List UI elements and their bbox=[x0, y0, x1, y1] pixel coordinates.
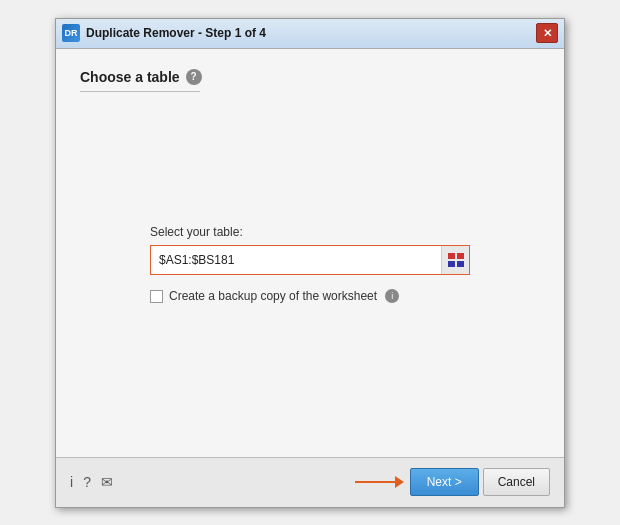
table-input-row bbox=[150, 245, 470, 275]
table-select-button[interactable] bbox=[441, 246, 469, 274]
form-group: Select your table: C bbox=[150, 225, 470, 303]
content-area: Choose a table ? Select your table: bbox=[56, 49, 564, 457]
section-divider bbox=[80, 91, 200, 92]
next-button[interactable]: Next > bbox=[410, 468, 479, 496]
close-button[interactable]: ✕ bbox=[536, 23, 558, 43]
arrow-head bbox=[395, 476, 404, 488]
select-label: Select your table: bbox=[150, 225, 470, 239]
svg-rect-3 bbox=[457, 261, 464, 267]
section-header: Choose a table ? bbox=[80, 69, 540, 85]
bottom-bar: i ? ✉ Next > Cancel bbox=[56, 457, 564, 507]
backup-help-icon[interactable]: i bbox=[385, 289, 399, 303]
section-title: Choose a table bbox=[80, 69, 180, 85]
cancel-button[interactable]: Cancel bbox=[483, 468, 550, 496]
bottom-icon-group: i ? ✉ bbox=[70, 474, 113, 490]
info-icon[interactable]: i bbox=[70, 474, 73, 490]
title-bar: DR Duplicate Remover - Step 1 of 4 ✕ bbox=[56, 19, 564, 49]
main-window: DR Duplicate Remover - Step 1 of 4 ✕ Cho… bbox=[55, 18, 565, 508]
backup-checkbox[interactable] bbox=[150, 290, 163, 303]
svg-rect-1 bbox=[457, 253, 464, 259]
table-picker-icon bbox=[448, 253, 464, 267]
svg-rect-2 bbox=[448, 261, 455, 267]
arrow-indicator bbox=[355, 476, 404, 488]
svg-rect-0 bbox=[448, 253, 455, 259]
window-title: Duplicate Remover - Step 1 of 4 bbox=[86, 26, 536, 40]
email-icon[interactable]: ✉ bbox=[101, 474, 113, 490]
help-icon[interactable]: ? bbox=[83, 474, 91, 490]
table-input[interactable] bbox=[151, 248, 441, 272]
arrow-line bbox=[355, 481, 395, 483]
app-icon: DR bbox=[62, 24, 80, 42]
form-area: Select your table: C bbox=[80, 112, 540, 447]
backup-label: Create a backup copy of the worksheet bbox=[169, 289, 377, 303]
backup-row: Create a backup copy of the worksheet i bbox=[150, 289, 470, 303]
section-help-icon[interactable]: ? bbox=[186, 69, 202, 85]
